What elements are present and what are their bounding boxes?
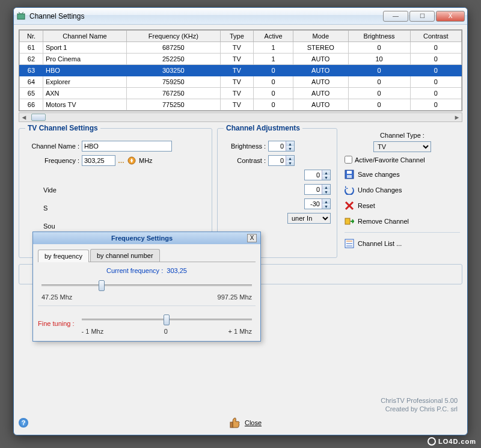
- help-icon[interactable]: ?: [19, 418, 28, 428]
- remove-icon: [345, 216, 354, 226]
- channel-table[interactable]: Nr.Channel NameFrequency (KHz)TypeActive…: [19, 29, 462, 111]
- svg-rect-6: [347, 175, 352, 178]
- active-favorite-checkbox[interactable]: [345, 156, 352, 164]
- current-frequency-value: 303,25: [167, 267, 187, 274]
- maximize-button[interactable]: ☐: [409, 11, 435, 22]
- adjustment-spinner-4[interactable]: ▲▼: [304, 184, 331, 195]
- column-header[interactable]: Brightness: [348, 31, 410, 42]
- svg-rect-9: [345, 218, 350, 224]
- svg-rect-5: [347, 171, 352, 174]
- fine-tuning-slider[interactable]: [82, 313, 252, 325]
- fine-min: - 1 Mhz: [82, 328, 104, 335]
- column-header[interactable]: Channel Name: [43, 31, 126, 42]
- adjustment-spinner-5[interactable]: ▲▼: [304, 198, 331, 209]
- sound-label-partial: Sou: [43, 222, 55, 230]
- frequency-input[interactable]: [82, 155, 115, 166]
- frequency-unit: MHz: [139, 157, 153, 164]
- column-header[interactable]: Frequency (KHz): [127, 31, 221, 42]
- save-changes-button[interactable]: Save changes: [345, 170, 460, 179]
- credits: ChrisTV Professional 5.00 Created by Chr…: [381, 396, 458, 413]
- channel-settings-window: Channel Settings — ☐ X Nr.Channel NameFr…: [13, 7, 468, 435]
- ellipsis-icon[interactable]: …: [118, 157, 124, 164]
- remove-channel-button[interactable]: Remove Channel: [345, 216, 460, 226]
- table-row[interactable]: 65AXN767250TV0AUTO00: [20, 88, 462, 99]
- list-icon: [345, 239, 354, 248]
- undo-icon: [345, 185, 354, 195]
- svg-rect-14: [230, 422, 233, 428]
- column-header[interactable]: Mode: [293, 31, 348, 42]
- table-row[interactable]: 63HBO303250TV0AUTO00: [20, 65, 462, 76]
- frequency-slider[interactable]: [41, 279, 252, 291]
- tab-by-frequency[interactable]: by frequency: [38, 250, 89, 262]
- tv-settings-legend: TV Channel Settings: [25, 124, 100, 132]
- adjustment-spinner-3[interactable]: ▲▼: [304, 170, 331, 180]
- current-frequency-label: Current frequency :: [106, 267, 163, 274]
- frequency-label: Frequency :: [25, 157, 79, 164]
- brightness-spinner[interactable]: ▲▼: [268, 141, 295, 152]
- svg-rect-0: [17, 14, 25, 19]
- scroll-left-icon[interactable]: ◄: [19, 114, 29, 121]
- table-row[interactable]: 64Explorer759250TV0AUTO00: [20, 76, 462, 88]
- column-header[interactable]: Nr.: [20, 31, 43, 42]
- channel-name-label: Channel Name :: [25, 143, 79, 150]
- app-icon: [16, 11, 26, 21]
- channel-type-label: Channel Type :: [345, 132, 460, 139]
- input-select[interactable]: uner In: [287, 213, 331, 224]
- scroll-right-icon[interactable]: ►: [452, 114, 462, 121]
- table-row[interactable]: 61Sport 1687250TV1STEREO00: [20, 42, 462, 54]
- column-header[interactable]: Active: [254, 31, 293, 42]
- minimize-button[interactable]: —: [383, 11, 408, 22]
- channel-list-button[interactable]: Channel List ...: [345, 239, 460, 248]
- brightness-label: Brightness :: [224, 143, 266, 150]
- close-button[interactable]: X: [436, 11, 465, 22]
- dialog-close-button[interactable]: X: [247, 234, 257, 242]
- right-column: Channel Type : TV Active/Favorite Channe…: [342, 128, 462, 258]
- save-icon: [345, 170, 354, 179]
- dialog-title: Frequency Settings: [37, 235, 247, 242]
- scroll-thumb[interactable]: [31, 114, 46, 121]
- fine-tuning-label: Fine tuning :: [38, 320, 75, 327]
- close-main-button[interactable]: Close: [229, 416, 262, 430]
- contrast-label: Contrast :: [224, 157, 266, 164]
- freq-range-min: 47.25 Mhz: [41, 293, 72, 301]
- column-header[interactable]: Type: [220, 31, 253, 42]
- reset-button[interactable]: Reset: [345, 201, 460, 210]
- column-header[interactable]: Contrast: [410, 31, 461, 42]
- adjustments-legend: Channel Adjustments: [224, 124, 302, 132]
- frequency-settings-dialog: Frequency Settings X by frequency by cha…: [32, 232, 261, 342]
- table-row[interactable]: 62Pro Cinema252250TV1AUTO100: [20, 54, 462, 65]
- reset-icon: [345, 201, 354, 210]
- thumbs-up-icon: [229, 416, 241, 430]
- titlebar[interactable]: Channel Settings — ☐ X: [14, 8, 467, 25]
- active-favorite-label: Active/Favorite Channel: [355, 156, 425, 164]
- contrast-spinner[interactable]: ▲▼: [268, 155, 295, 166]
- video-label-partial: Vide: [43, 186, 57, 194]
- channel-type-select[interactable]: TV: [373, 141, 431, 152]
- dialog-titlebar[interactable]: Frequency Settings X: [33, 232, 260, 244]
- horizontal-scrollbar[interactable]: ◄ ►: [19, 112, 462, 122]
- window-title: Channel Settings: [29, 12, 383, 20]
- fine-max: + 1 Mhz: [228, 328, 252, 335]
- s-label-partial: S: [43, 204, 47, 212]
- table-row[interactable]: 66Motors TV775250TV0AUTO00: [20, 99, 462, 111]
- watermark: LO4D.com: [427, 437, 476, 446]
- undo-changes-button[interactable]: Undo Changes: [345, 185, 460, 195]
- tab-by-channel-number[interactable]: by channel number: [90, 249, 160, 262]
- fine-zero: 0: [164, 328, 168, 335]
- frequency-settings-icon[interactable]: [127, 156, 136, 165]
- freq-range-max: 997.25 Mhz: [218, 293, 252, 301]
- channel-name-input[interactable]: [82, 141, 172, 152]
